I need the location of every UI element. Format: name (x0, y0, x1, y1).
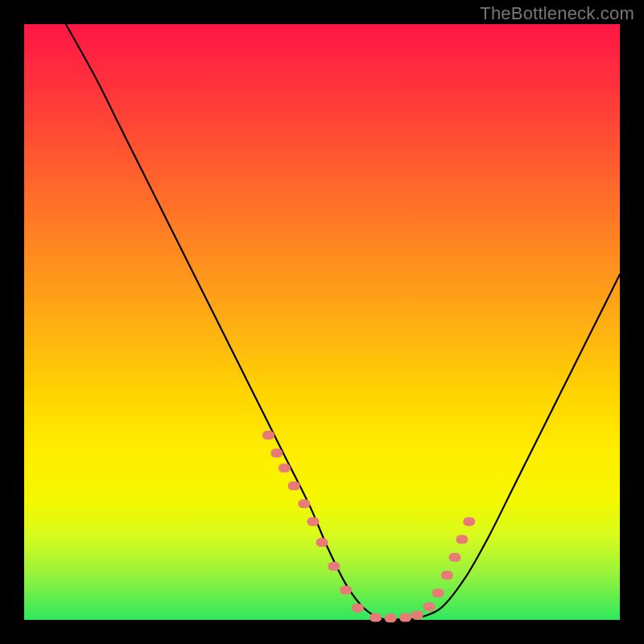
highlight-dot (385, 613, 397, 622)
chart-frame: TheBottleneck.com (0, 0, 644, 644)
highlight-dot (298, 499, 310, 508)
highlight-dot (411, 611, 423, 620)
highlight-dot (399, 613, 411, 622)
highlight-dot (270, 448, 283, 457)
highlight-dot (463, 517, 475, 526)
highlight-dot (316, 538, 328, 547)
highlight-dot (307, 517, 319, 526)
highlight-dot (441, 571, 453, 580)
highlight-dot (423, 602, 436, 611)
highlight-dot (328, 562, 340, 571)
bottleneck-curve (66, 24, 620, 620)
highlight-dot (369, 613, 382, 622)
highlight-dot (352, 604, 364, 613)
highlight-dot (449, 553, 461, 562)
watermark-text: TheBottleneck.com (480, 3, 634, 24)
highlight-dot (340, 586, 352, 595)
plot-area (24, 24, 620, 620)
highlight-dots (262, 431, 475, 622)
highlight-dot (432, 588, 444, 597)
highlight-dot (262, 431, 275, 440)
highlight-dot (279, 464, 291, 473)
highlight-dot (288, 481, 300, 490)
highlight-dot (456, 535, 468, 544)
curve-layer (24, 24, 620, 620)
